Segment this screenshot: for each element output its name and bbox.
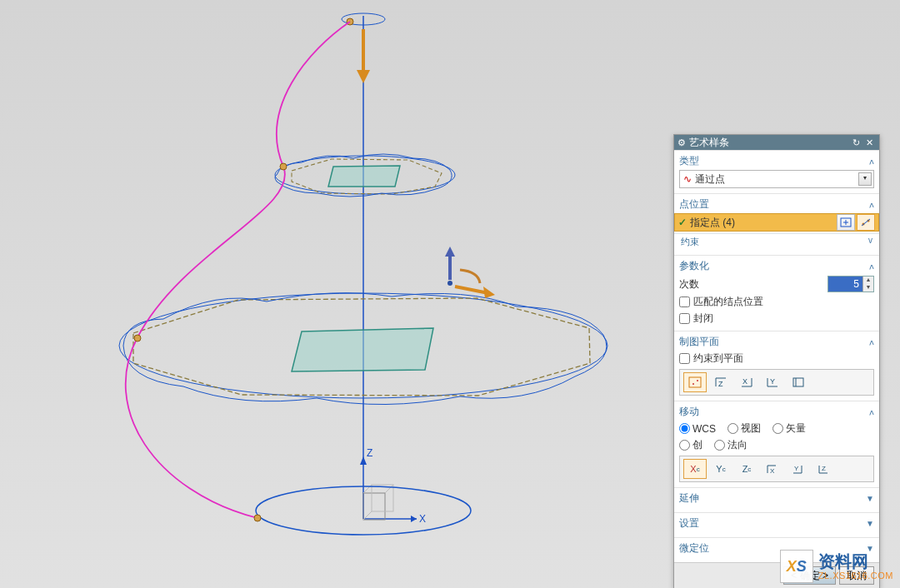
move-xc-button[interactable]: Xc <box>683 459 707 479</box>
watermark-logo-icon: XS <box>780 550 813 583</box>
move-xcyc-button[interactable]: X <box>761 459 784 479</box>
svg-text:Z: Z <box>718 380 723 388</box>
constrain-to-plane-checkbox[interactable]: 约束到平面 <box>679 351 743 366</box>
chevron-up-icon: ʌ <box>869 337 874 346</box>
panel-title: 艺术样条 <box>689 135 729 150</box>
group-settings: 设置 <box>674 512 879 537</box>
type-select[interactable]: ∿ 通过点 ▾ <box>679 170 874 188</box>
svg-text:Y: Y <box>794 465 799 472</box>
chevron-down-icon <box>866 519 874 528</box>
group-extend: 延伸 <box>674 487 879 512</box>
point-dialog-button[interactable] <box>837 214 855 231</box>
svg-marker-3 <box>360 456 367 465</box>
svg-point-34 <box>697 380 698 381</box>
rollup-icon[interactable]: ↻ <box>849 135 862 150</box>
chevron-down-icon <box>866 494 874 503</box>
move-toolstrip: Xc Yc Zc X Y Z <box>679 456 874 482</box>
move-plane-radio[interactable]: 创 <box>679 438 702 452</box>
chevron-down-icon[interactable]: ▾ <box>858 172 872 186</box>
svg-point-33 <box>692 383 694 385</box>
svg-text:X: X <box>742 377 748 386</box>
feature-dialog: ⚙ 艺术样条 ↻ ✕ 类型 ʌ ∿ 通过点 ▾ 点位置 ʌ ✓ <box>673 134 880 588</box>
svg-marker-18 <box>357 70 370 83</box>
degree-input[interactable]: 5 ▲▼ <box>828 276 874 292</box>
svg-rect-5 <box>372 485 393 511</box>
chevron-up-icon: ʌ <box>869 157 874 166</box>
svg-text:Z: Z <box>822 465 826 472</box>
axis-z-label: Z <box>367 447 372 459</box>
match-knot-checkbox[interactable]: 匹配的结点位置 <box>679 295 763 309</box>
svg-point-23 <box>448 281 452 286</box>
svg-rect-32 <box>689 377 701 387</box>
closed-checkbox[interactable]: 封闭 <box>679 311 713 326</box>
svg-marker-24 <box>445 247 455 257</box>
point-construct-button[interactable] <box>857 214 875 231</box>
group-point-position: 点位置 ʌ ✓ 指定点 (4) 约束 v <box>674 193 879 255</box>
watermark: XS 资料网 ZL.XS1616.COM <box>780 550 893 583</box>
group-header-pointpos[interactable]: 点位置 ʌ <box>679 197 874 212</box>
degree-spinner[interactable]: ▲▼ <box>862 277 873 292</box>
close-icon[interactable]: ✕ <box>862 135 876 150</box>
svg-line-7 <box>385 485 393 493</box>
group-header-drawplane[interactable]: 制图平面 ʌ <box>679 335 874 349</box>
move-xczc-button[interactable]: Z <box>812 459 836 479</box>
watermark-url: ZL.XS1616.COM <box>818 571 893 581</box>
move-view-radio[interactable]: 视图 <box>728 421 761 436</box>
plane-zc-button[interactable]: Y <box>761 372 784 392</box>
svg-text:X: X <box>770 467 775 475</box>
svg-marker-12 <box>292 328 433 371</box>
chevron-up-icon: ʌ <box>869 262 874 271</box>
svg-line-31 <box>862 219 870 226</box>
move-yczc-button[interactable]: Y <box>787 459 810 479</box>
check-icon: ✓ <box>678 217 687 228</box>
plane-xc-button[interactable]: Z <box>709 372 732 392</box>
group-move: 移动 ʌ WCS 视图 矢量 创 法向 Xc Yc Zc X Y Z <box>674 401 879 487</box>
group-parameterization: 参数化 ʌ 次数 5 ▲▼ 匹配的结点位置 <box>674 255 879 331</box>
group-header-settings[interactable]: 设置 <box>679 516 874 531</box>
svg-point-22 <box>254 515 261 521</box>
chevron-down-icon: v <box>868 236 872 248</box>
svg-point-20 <box>280 163 287 170</box>
svg-rect-38 <box>793 378 803 386</box>
degree-label: 次数 <box>679 277 699 292</box>
group-header-move[interactable]: 移动 ʌ <box>679 405 874 419</box>
subheader-constraint[interactable]: 约束 v <box>674 233 879 250</box>
panel-titlebar[interactable]: ⚙ 艺术样条 ↻ ✕ <box>674 135 879 150</box>
svg-marker-2 <box>411 516 417 522</box>
svg-point-21 <box>134 335 141 341</box>
move-wcs-radio[interactable]: WCS <box>679 423 716 435</box>
svg-marker-15 <box>328 166 400 187</box>
plane-toolstrip: Z X Y <box>679 369 874 396</box>
watermark-title: 资料网 <box>818 552 893 571</box>
svg-rect-4 <box>363 493 385 520</box>
plane-csys-button[interactable] <box>683 372 707 392</box>
move-normal-radio[interactable]: 法向 <box>714 438 748 452</box>
plane-yc-button[interactable]: X <box>735 372 758 392</box>
specify-points-row[interactable]: ✓ 指定点 (4) <box>674 213 879 232</box>
svg-text:Y: Y <box>770 377 775 386</box>
group-header-type[interactable]: 类型 ʌ <box>679 154 874 168</box>
move-zc-button[interactable]: Zc <box>735 459 758 479</box>
group-drawing-plane: 制图平面 ʌ 约束到平面 Z X Y <box>674 331 879 401</box>
axis-x-label: X <box>419 513 426 525</box>
plane-view-button[interactable] <box>787 372 810 392</box>
chevron-up-icon: ʌ <box>869 407 874 416</box>
group-header-extend[interactable]: 延伸 <box>679 491 874 506</box>
move-yc-button[interactable]: Yc <box>709 459 732 479</box>
move-vector-radio[interactable]: 矢量 <box>772 421 806 436</box>
spline-icon: ∿ <box>683 173 692 185</box>
svg-marker-25 <box>483 287 495 298</box>
chevron-up-icon: ʌ <box>869 200 874 209</box>
group-type: 类型 ʌ ∿ 通过点 ▾ <box>674 150 879 193</box>
gear-icon: ⚙ <box>678 135 686 150</box>
group-header-param[interactable]: 参数化 ʌ <box>679 259 874 273</box>
